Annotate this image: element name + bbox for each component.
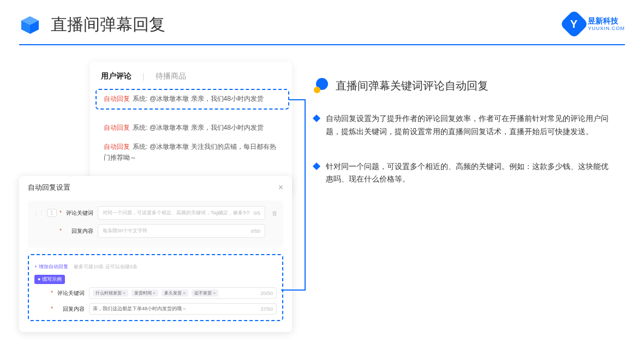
keyword-input[interactable]: 对同一个问题，可设置多个相近、高频的关键词，Tag确定，最多5个 0/5 <box>98 206 265 220</box>
brand-icon: Y <box>560 9 589 39</box>
comments-card: 用户评论 | 待播商品 自动回复 系统: @冰墩墩本墩 亲亲，我们48小时内发货… <box>90 62 292 195</box>
bullet-text: 自动回复设置为了提升作者的评论回复效率，作者可在开播前针对常见的评论用户问题，提… <box>326 112 614 138</box>
ex-keyword-input[interactable]: 什么时候发货× 发货时间× 多久发货× 还不发货× 20/50 <box>89 287 277 299</box>
keyword-tag[interactable]: 还不发货× <box>192 289 218 297</box>
add-auto-reply-link[interactable]: + 增加自动回复 <box>34 264 68 269</box>
comment-text: 系统: @冰墩墩本墩 亲亲，我们48小时内发货 <box>133 124 264 131</box>
brand-logo: Y 昱新科技 YUUXIN.COM <box>564 14 625 34</box>
add-hint: 最多可建10条 还可以创建9条 <box>74 264 138 269</box>
auto-reply-label: 自动回复 <box>104 124 130 131</box>
settings-title: 自动回复设置 <box>28 183 70 192</box>
highlight-box-example: + 增加自动回复 最多可建10条 还可以创建9条 ● 填写示例 * 评论关键词 … <box>28 254 283 321</box>
ex-content-label: 回复内容 <box>57 305 85 313</box>
tab-separator: | <box>142 72 145 81</box>
close-icon[interactable]: × <box>278 183 283 192</box>
comment-row: 自动回复 系统: @冰墩墩本墩 关注我们的店铺，每日都有热门推荐呦～ <box>101 137 281 167</box>
delete-icon[interactable]: 🗑 <box>272 210 278 216</box>
settings-card: 自动回复设置 × ⋮⋮ 1 * 评论关键词 对同一个问题，可设置多个相近、高频的… <box>19 176 292 332</box>
highlight-box-comment <box>96 89 289 110</box>
tab-pending-goods[interactable]: 待播商品 <box>156 71 186 81</box>
bubble-icon <box>314 78 329 93</box>
bullet-item: 针对同一个问题，可设置多个相近的、高频的关键词。例如：这款多少钱、这块能优惠吗、… <box>314 160 625 186</box>
ex-keyword-label: 评论关键词 <box>57 289 85 297</box>
section-title: 直播间弹幕关键词评论自动回复 <box>336 79 488 93</box>
comment-row: 自动回复 系统: @冰墩墩本墩 亲亲，我们48小时内发货 <box>101 118 281 137</box>
bullet-text: 针对同一个问题，可设置多个相近的、高频的关键词。例如：这款多少钱、这块能优惠吗、… <box>326 160 614 186</box>
content-input[interactable]: 每条限50个中文字符 0/50 <box>98 224 265 238</box>
cube-icon <box>19 14 41 36</box>
drag-handle-icon[interactable]: ⋮⋮ 1 <box>33 209 55 217</box>
ex-content-input[interactable]: 亲，我们这边都是下单48小时内发货的哦～ 37/50 <box>89 303 277 315</box>
keyword-tag[interactable]: 发货时间× <box>132 289 158 297</box>
bullet-item: 自动回复设置为了提升作者的评论回复效率，作者可在开播前针对常见的评论用户问题，提… <box>314 112 625 138</box>
content-label: 回复内容 <box>66 227 93 235</box>
keyword-label: 评论关键词 <box>66 209 93 217</box>
brand-sub: YUUXIN.COM <box>588 26 625 31</box>
keyword-tag[interactable]: 多久发货× <box>162 289 188 297</box>
diamond-icon <box>313 162 320 170</box>
tab-user-comments[interactable]: 用户评论 <box>101 71 132 81</box>
diamond-icon <box>313 114 320 122</box>
brand-name: 昱新科技 <box>588 17 625 25</box>
page-title: 直播间弹幕回复 <box>51 14 165 36</box>
example-badge: ● 填写示例 <box>34 275 65 284</box>
connector-line <box>305 99 306 290</box>
keyword-tag[interactable]: 什么时候发货× <box>93 289 128 297</box>
required-star: * <box>59 210 62 216</box>
required-star: * <box>59 228 62 234</box>
auto-reply-label: 自动回复 <box>104 143 130 150</box>
